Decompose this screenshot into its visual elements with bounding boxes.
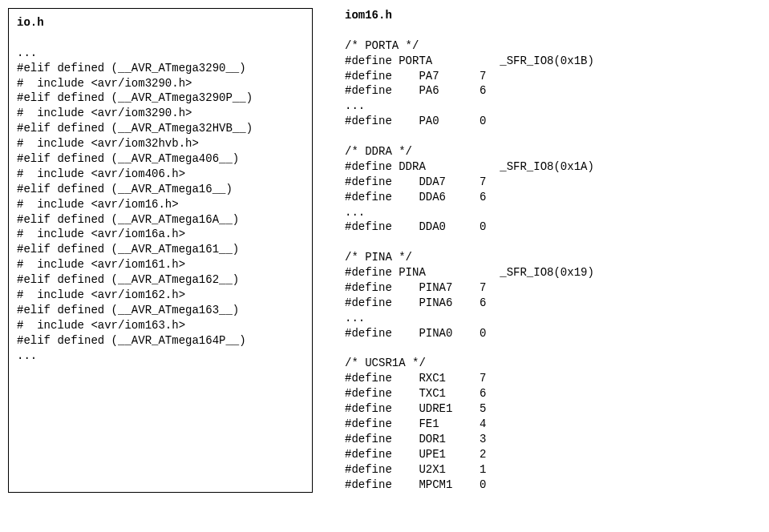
left-code: ... #elif defined (__AVR_ATmega3290__) #… — [17, 30, 304, 364]
right-code: /* PORTA */ #define PORTA _SFR_IO8(0x1B)… — [345, 23, 706, 493]
right-panel: iom16.h /* PORTA */ #define PORTA _SFR_I… — [345, 8, 706, 493]
left-title: io.h — [17, 15, 304, 30]
left-panel: io.h ... #elif defined (__AVR_ATmega3290… — [8, 8, 313, 493]
right-title: iom16.h — [345, 8, 706, 23]
